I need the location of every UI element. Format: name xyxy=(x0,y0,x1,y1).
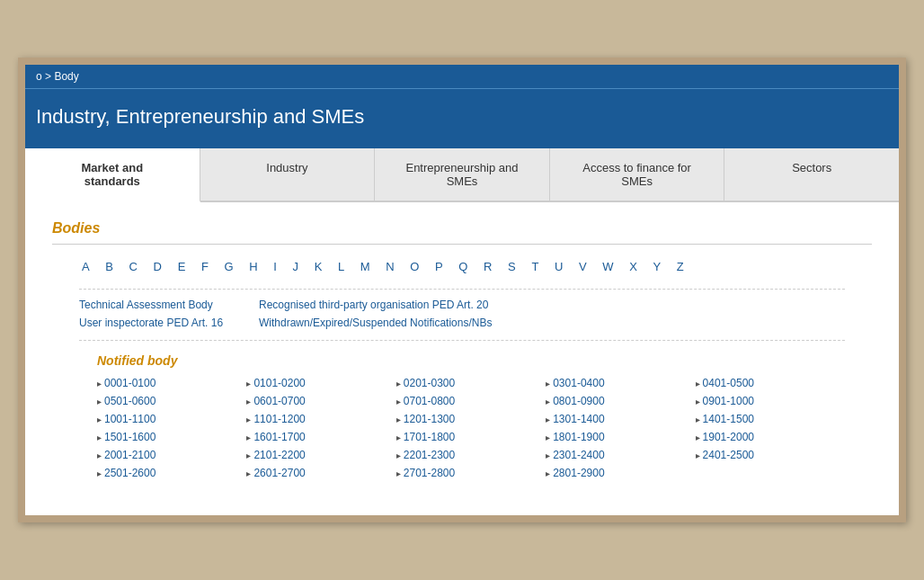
alpha-W[interactable]: W xyxy=(600,259,616,274)
link-2401-2500[interactable]: 2401-2500 xyxy=(703,449,754,461)
alpha-Q[interactable]: Q xyxy=(456,259,470,274)
bullet-icon: ▸ xyxy=(396,415,401,424)
alpha-J[interactable]: J xyxy=(290,259,302,274)
alpha-X[interactable]: X xyxy=(626,259,640,274)
bullet-icon: ▸ xyxy=(396,379,401,388)
link-1401-1500[interactable]: 1401-1500 xyxy=(703,413,754,425)
notified-item-2301: ▸ 2301-2400 xyxy=(546,449,695,461)
alpha-E[interactable]: E xyxy=(175,259,189,274)
alpha-R[interactable]: R xyxy=(481,259,494,274)
alpha-M[interactable]: M xyxy=(358,259,373,274)
link-1201-1300[interactable]: 1201-1300 xyxy=(404,413,455,425)
alpha-T[interactable]: T xyxy=(529,259,541,274)
alpha-L[interactable]: L xyxy=(335,259,347,274)
link-0601-0700[interactable]: 0601-0700 xyxy=(253,395,305,407)
link-0801-0900[interactable]: 0801-0900 xyxy=(553,395,604,407)
bullet-icon: ▸ xyxy=(97,433,102,442)
bullet-icon: ▸ xyxy=(546,379,550,388)
link-1601-1700[interactable]: 1601-1700 xyxy=(253,431,305,443)
alpha-U[interactable]: U xyxy=(552,259,565,274)
bullet-icon: ▸ xyxy=(246,451,251,460)
bullet-icon: ▸ xyxy=(97,451,102,460)
alpha-I[interactable]: I xyxy=(271,259,280,274)
link-0201-0300[interactable]: 0201-0300 xyxy=(404,377,455,389)
tab-entrepreneurship[interactable]: Entrepreneurship and SMEs xyxy=(375,148,550,201)
alpha-Y[interactable]: Y xyxy=(650,259,663,274)
link-2201-2300[interactable]: 2201-2300 xyxy=(404,449,455,461)
link-1001-1100[interactable]: 1001-1100 xyxy=(104,413,155,425)
divider-2 xyxy=(79,289,845,290)
link-0901-1000[interactable]: 0901-1000 xyxy=(703,395,754,407)
alpha-C[interactable]: C xyxy=(127,259,140,274)
link-1901-2000[interactable]: 1901-2000 xyxy=(703,431,754,443)
body-links-row-2: User inspectorate PED Art. 16 Withdrawn/… xyxy=(52,317,872,335)
link-0301-0400[interactable]: 0301-0400 xyxy=(553,377,604,389)
link-2601-2700[interactable]: 2601-2700 xyxy=(253,467,305,479)
alpha-D[interactable]: D xyxy=(151,259,164,274)
notified-grid: ▸ 0001-0100 ▸ 0101-0200 ▸ 0201-0300 ▸ 03… xyxy=(52,377,872,488)
link-0001-0100[interactable]: 0001-0100 xyxy=(104,377,155,389)
alpha-P[interactable]: P xyxy=(432,259,446,274)
notified-item-0901: ▸ 0901-1000 xyxy=(696,395,845,407)
link-2801-2900[interactable]: 2801-2900 xyxy=(553,467,604,479)
tab-access-finance[interactable]: Access to finance for SMEs xyxy=(550,148,725,201)
alpha-H[interactable]: H xyxy=(246,259,260,274)
breadcrumb: o > Body xyxy=(25,65,899,88)
link-0401-0500[interactable]: 0401-0500 xyxy=(703,377,754,389)
notified-item-0101: ▸ 0101-0200 xyxy=(246,377,395,389)
link-1501-1600[interactable]: 1501-1600 xyxy=(104,431,155,443)
alpha-B[interactable]: B xyxy=(102,259,116,274)
link-2501-2600[interactable]: 2501-2600 xyxy=(104,467,155,479)
bullet-icon: ▸ xyxy=(97,468,102,478)
tab-industry[interactable]: Industry xyxy=(200,148,376,201)
alpha-Z[interactable]: Z xyxy=(674,259,687,274)
bullet-icon: ▸ xyxy=(546,451,550,460)
link-2701-2800[interactable]: 2701-2800 xyxy=(404,467,455,479)
alpha-G[interactable]: G xyxy=(222,259,236,274)
link-1301-1400[interactable]: 1301-1400 xyxy=(553,413,604,425)
breadcrumb-current[interactable]: Body xyxy=(54,70,78,83)
tab-sectors[interactable]: Sectors xyxy=(724,148,899,201)
alpha-N[interactable]: N xyxy=(383,259,396,274)
alpha-V[interactable]: V xyxy=(576,259,590,274)
alpha-S[interactable]: S xyxy=(505,259,519,274)
notified-item-0201: ▸ 0201-0300 xyxy=(396,377,546,389)
link-user-inspectorate[interactable]: User inspectorate PED Art. 16 xyxy=(79,317,259,329)
link-1801-1900[interactable]: 1801-1900 xyxy=(553,431,604,443)
notified-item-0401: ▸ 0401-0500 xyxy=(696,377,845,389)
alpha-A[interactable]: A xyxy=(79,259,93,274)
link-1701-1800[interactable]: 1701-1800 xyxy=(404,431,455,443)
link-2001-2100[interactable]: 2001-2100 xyxy=(104,449,155,461)
notified-item-2401: ▸ 2401-2500 xyxy=(696,449,845,461)
tab-market-standards[interactable]: Market andstandards xyxy=(25,148,200,202)
bullet-icon: ▸ xyxy=(246,397,251,406)
link-0501-0600[interactable]: 0501-0600 xyxy=(104,395,155,407)
notified-item-1401: ▸ 1401-1500 xyxy=(696,413,845,425)
bullet-icon: ▸ xyxy=(696,451,700,460)
link-technical-assessment-body[interactable]: Technical Assessment Body xyxy=(79,299,259,311)
notified-item-1601: ▸ 1601-1700 xyxy=(246,431,395,443)
bullet-icon: ▸ xyxy=(546,433,550,442)
alpha-F[interactable]: F xyxy=(199,259,211,274)
link-recognised-third-party[interactable]: Recognised third-party organisation PED … xyxy=(259,299,488,311)
bullet-icon: ▸ xyxy=(396,433,401,442)
alpha-O[interactable]: O xyxy=(407,259,422,274)
link-2101-2200[interactable]: 2101-2200 xyxy=(253,449,305,461)
body-links-row-1: Technical Assessment Body Recognised thi… xyxy=(52,299,872,317)
link-0701-0800[interactable]: 0701-0800 xyxy=(404,395,455,407)
notified-item-0601: ▸ 0601-0700 xyxy=(246,395,395,407)
nav-tabs: Market andstandards Industry Entrepreneu… xyxy=(25,148,899,202)
bullet-icon: ▸ xyxy=(246,415,251,424)
notified-item-1701: ▸ 1701-1800 xyxy=(396,431,546,443)
divider-1 xyxy=(52,244,872,245)
link-1101-1200[interactable]: 1101-1200 xyxy=(253,413,305,425)
notified-item-0001: ▸ 0001-0100 xyxy=(97,377,246,389)
bullet-icon: ▸ xyxy=(97,415,102,424)
link-2301-2400[interactable]: 2301-2400 xyxy=(553,449,604,461)
alpha-K[interactable]: K xyxy=(312,259,325,274)
main-frame: o > Body Industry, Entrepreneurship and … xyxy=(18,58,906,522)
bullet-icon: ▸ xyxy=(246,379,251,388)
link-0101-0200[interactable]: 0101-0200 xyxy=(253,377,305,389)
link-withdrawn-expired[interactable]: Withdrawn/Expired/Suspended Notification… xyxy=(259,317,492,329)
bullet-icon: ▸ xyxy=(696,433,700,442)
